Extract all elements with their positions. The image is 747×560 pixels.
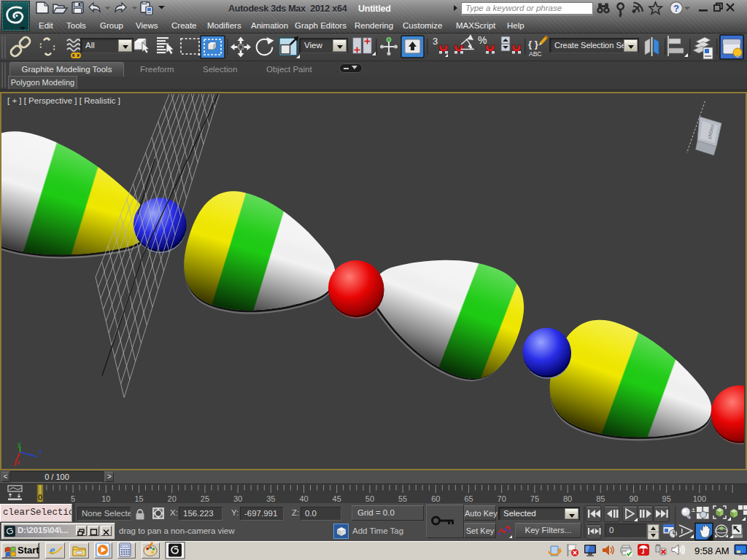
svg-text:e: e [50, 543, 55, 557]
svg-text:x: x [17, 459, 20, 466]
svg-text:±: ± [692, 506, 695, 513]
svg-text:z: z [39, 448, 43, 455]
svg-text:y: y [18, 440, 21, 448]
svg-text:3: 3 [433, 36, 438, 47]
svg-text:{ }: { } [528, 39, 538, 50]
svg-text:%: % [478, 34, 487, 46]
svg-text:?: ? [673, 4, 679, 14]
svg-text:ABC: ABC [529, 50, 541, 58]
